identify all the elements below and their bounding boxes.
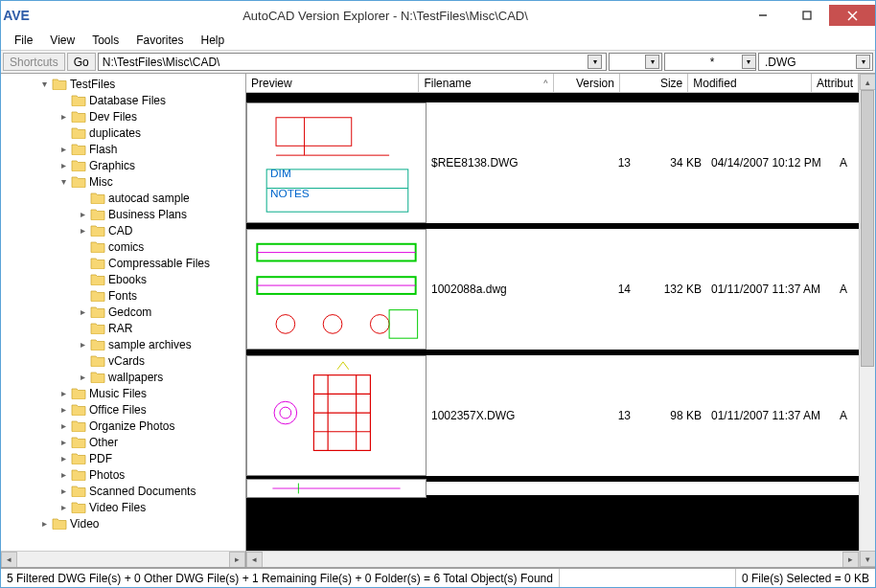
col-filename[interactable]: Filename^ [419, 74, 553, 92]
expander-icon[interactable]: ▸ [78, 372, 88, 382]
cell-filename: $REE8138.DWG [426, 156, 566, 170]
tree-node[interactable]: ▸Gedcom [1, 304, 245, 320]
tree-hscrollbar[interactable]: ◂ ▸ [1, 551, 245, 567]
tree-node[interactable]: ▸Flash [1, 141, 245, 157]
list-row[interactable] [246, 476, 859, 495]
tree-node[interactable]: ▸PDF [1, 450, 245, 466]
expander-icon[interactable]: ▾ [39, 79, 50, 89]
expander-icon[interactable]: ▸ [58, 469, 69, 480]
expander-icon[interactable]: ▸ [78, 339, 88, 350]
col-modified[interactable]: Modified [688, 74, 812, 92]
tree-node[interactable]: ▸CAD [1, 222, 245, 238]
tree-node[interactable]: ▸Scanned Documents [1, 483, 245, 499]
tree-node[interactable]: autocad sample [1, 190, 245, 206]
tree-node[interactable]: ▸Dev Files [1, 108, 245, 124]
path-input[interactable]: N:\TestFiles\Misc\CAD\ ▾ [98, 53, 607, 71]
expander-icon[interactable]: ▸ [58, 144, 69, 154]
filter-combo-2[interactable]: *▾ [664, 53, 756, 71]
menu-help[interactable]: Help [194, 32, 233, 49]
expander-icon[interactable]: ▸ [78, 209, 88, 219]
maximize-button[interactable] [785, 5, 829, 26]
tree-node[interactable]: RAR [1, 320, 245, 336]
list-vscrollbar[interactable]: ▴ ▾ [859, 74, 875, 567]
tree-node[interactable]: duplicates [1, 124, 245, 141]
tree-node[interactable]: ▾TestFiles [1, 76, 245, 92]
scroll-left-icon[interactable]: ◂ [246, 552, 263, 568]
list-body[interactable]: DIMNOTES$REE8138.DWG1334 KB04/14/2007 10… [246, 93, 859, 551]
tree-node[interactable]: ▾Misc [1, 173, 245, 190]
expander-icon[interactable]: ▸ [58, 420, 69, 431]
tree-node[interactable]: ▸sample archives [1, 336, 245, 352]
tree-node[interactable]: Ebooks [1, 271, 245, 287]
close-button[interactable] [829, 5, 875, 26]
menu-view[interactable]: View [42, 32, 82, 49]
filter-combo-3[interactable]: .DWG▾ [758, 53, 873, 71]
folder-tree[interactable]: ▾TestFilesDatabase Files▸Dev Filesduplic… [1, 74, 245, 551]
expander-icon[interactable]: ▸ [58, 437, 69, 447]
tree-node[interactable]: comics [1, 238, 245, 255]
col-preview[interactable]: Preview [246, 74, 419, 92]
cell-modified: 01/11/2007 11:37 AM [706, 283, 835, 296]
go-button[interactable]: Go [67, 53, 96, 71]
expander-icon[interactable]: ▸ [58, 453, 69, 464]
path-dropdown-icon[interactable]: ▾ [588, 55, 602, 69]
folder-icon [71, 387, 86, 400]
col-attrib[interactable]: Attribut [812, 74, 859, 92]
expander-icon[interactable]: ▸ [58, 388, 69, 398]
folder-icon [90, 371, 105, 384]
scroll-right-icon[interactable]: ▸ [229, 552, 245, 568]
tree-node[interactable]: ▸Video [1, 515, 245, 531]
expander-icon[interactable]: ▸ [58, 404, 69, 415]
expander-icon[interactable]: ▸ [58, 502, 69, 512]
cell-size: 34 KB [635, 156, 706, 170]
expander-icon[interactable]: ▸ [58, 486, 69, 496]
svg-rect-1 [803, 11, 811, 19]
list-panel: Preview Filename^ Version Size Modified … [246, 74, 875, 567]
tree-node[interactable]: ▸Photos [1, 466, 245, 483]
menu-tools[interactable]: Tools [84, 32, 127, 49]
folder-icon [71, 94, 86, 107]
tree-node[interactable]: ▸wallpapers [1, 369, 245, 385]
tree-node[interactable]: Compressable Files [1, 255, 245, 271]
folder-icon [71, 419, 86, 433]
sort-asc-icon: ^ [543, 79, 547, 88]
tree-node[interactable]: ▸Organize Photos [1, 418, 245, 434]
expander-icon[interactable]: ▸ [39, 518, 50, 529]
tree-label: Organize Photos [89, 419, 174, 433]
expander-icon[interactable]: ▸ [58, 111, 69, 122]
col-size[interactable]: Size [620, 74, 688, 92]
scroll-down-icon[interactable]: ▾ [860, 551, 875, 567]
tree-node[interactable]: vCards [1, 352, 245, 369]
scroll-right-icon[interactable]: ▸ [842, 552, 859, 568]
list-row[interactable]: 1002088a.dwg14132 KB01/11/2007 11:37 AMA [246, 223, 859, 350]
tree-node[interactable]: ▸Business Plans [1, 206, 245, 222]
expander-icon[interactable]: ▸ [78, 225, 88, 236]
menu-favorites[interactable]: Favorites [128, 32, 191, 49]
col-version[interactable]: Version [554, 74, 620, 92]
shortcuts-button[interactable]: Shortcuts [3, 53, 65, 71]
folder-icon [71, 143, 86, 156]
filter-combo-1[interactable]: ▾ [609, 53, 662, 71]
minimize-button[interactable] [741, 5, 785, 26]
tree-label: Gedcom [108, 305, 151, 319]
expander-icon[interactable]: ▸ [78, 306, 88, 317]
tree-node[interactable]: Database Files [1, 92, 245, 108]
tree-node[interactable]: ▸Graphics [1, 157, 245, 173]
menu-file[interactable]: File [7, 32, 40, 49]
tree-node[interactable]: ▸Other [1, 434, 245, 450]
tree-node[interactable]: ▸Music Files [1, 385, 245, 401]
list-row[interactable]: 1002357X.DWG1398 KB01/11/2007 11:37 AMA [246, 350, 859, 476]
expander-icon[interactable]: ▾ [58, 176, 69, 187]
tree-node[interactable]: Fonts [1, 287, 245, 304]
tree-node[interactable]: ▸Video Files [1, 499, 245, 515]
list-header: Preview Filename^ Version Size Modified … [246, 74, 859, 93]
menubar: File View Tools Favorites Help [1, 30, 875, 51]
scroll-thumb[interactable] [861, 90, 874, 367]
status-right: 0 File(s) Selected = 0 KB [735, 569, 875, 587]
list-hscrollbar[interactable]: ◂ ▸ [246, 551, 859, 567]
expander-icon[interactable]: ▸ [58, 160, 69, 170]
scroll-left-icon[interactable]: ◂ [1, 552, 17, 568]
tree-node[interactable]: ▸Office Files [1, 401, 245, 418]
scroll-up-icon[interactable]: ▴ [860, 74, 875, 90]
list-row[interactable]: DIMNOTES$REE8138.DWG1334 KB04/14/2007 10… [246, 93, 859, 223]
